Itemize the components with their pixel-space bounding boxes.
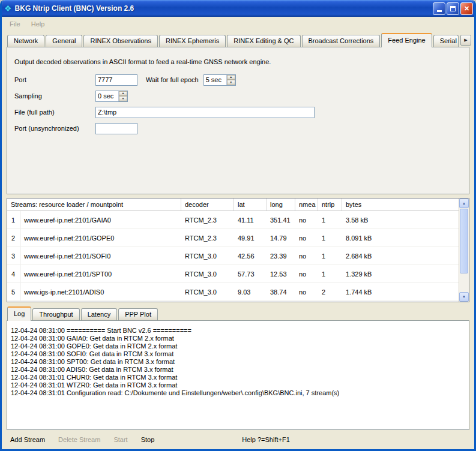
tab-network[interactable]: Network [7, 35, 44, 47]
log-line: 12-04-24 08:31:01 Configuration read: C:… [11, 389, 465, 397]
sampling-row: Sampling 0 sec ▲ ▼ [14, 90, 469, 102]
cell-lat: 49.91 [234, 229, 267, 246]
row-number: 5 [7, 283, 20, 300]
menu-file[interactable]: File [4, 19, 26, 29]
file-path-label: File (full path) [14, 109, 95, 116]
cell-ntrip: 2 [318, 283, 342, 300]
tab-rinex-editing-qc[interactable]: RINEX Editing & QC [227, 35, 300, 47]
spin-up-button[interactable]: ▲ [227, 75, 235, 80]
tab-feed-engine[interactable]: Feed Engine [381, 33, 432, 47]
cell-decoder: RTCM_3.0 [181, 247, 234, 264]
scrollbar-thumb[interactable] [460, 209, 468, 273]
maximize-button[interactable] [447, 2, 459, 15]
cell-bytes: 1.329 kB [342, 265, 459, 282]
table-row[interactable]: 1 www.euref-ip.net:2101/GAIA0 RTCM_2.3 4… [7, 211, 459, 229]
spin-down-button[interactable]: ▼ [227, 80, 235, 85]
close-button[interactable]: ✕ [460, 2, 473, 15]
add-stream-button[interactable]: Add Stream [8, 435, 47, 444]
tab-throughput[interactable]: Throughput [32, 308, 79, 320]
streams-table-header: Streams: resource loader / mountpoint de… [7, 199, 459, 211]
chevron-up-icon: ▲ [229, 76, 232, 79]
cell-long: 12.53 [267, 265, 295, 282]
cell-mountpoint: www.euref-ip.net:2101/GOPE0 [20, 229, 181, 246]
chevron-right-icon: ▶ [464, 38, 467, 43]
column-header-nmea[interactable]: nmea [295, 199, 318, 211]
cell-decoder: RTCM_2.3 [181, 229, 234, 246]
tab-rinex-ephemeris[interactable]: RINEX Ephemeris [159, 35, 226, 47]
column-header-bytes[interactable]: bytes [342, 199, 459, 211]
cell-ntrip: 1 [318, 247, 342, 264]
row-number: 2 [7, 229, 20, 246]
start-button[interactable]: Start [111, 435, 130, 444]
vertical-scrollbar[interactable]: ▲ ▼ [459, 199, 469, 302]
tab-rinex-observations[interactable]: RINEX Observations [83, 35, 157, 47]
chevron-down-icon: ▼ [462, 295, 466, 299]
tab-general[interactable]: General [46, 35, 82, 47]
bottom-action-bar: Add Stream Delete Stream Start Stop Help… [2, 430, 474, 449]
column-header-long[interactable]: long [267, 199, 295, 211]
port-unsynchronized-label: Port (unsynchronized) [14, 125, 95, 132]
cell-ntrip: 1 [318, 211, 342, 228]
scroll-up-button[interactable]: ▲ [459, 199, 469, 208]
menubar: File Help [2, 17, 474, 31]
app-window: ❖ BKG Ntrip Client (BNC) Version 2.6 ✕ F… [0, 0, 476, 451]
cell-lat: 42.56 [234, 247, 267, 264]
log-line: 12-04-24 08:31:00 ADIS0: Get data in RTC… [11, 366, 465, 374]
cell-lat: 41.11 [234, 211, 267, 228]
spin-buttons: ▲ ▼ [118, 91, 127, 101]
sampling-spinner[interactable]: 0 sec ▲ ▼ [95, 91, 128, 102]
minimize-button[interactable] [433, 2, 445, 15]
column-header-decoder[interactable]: decoder [181, 199, 234, 211]
log-line: 12-04-24 08:31:00 SOFI0: Get data in RTC… [11, 350, 465, 358]
cell-lat: 57.73 [234, 265, 267, 282]
streams-table: Streams: resource loader / mountpoint de… [7, 198, 469, 302]
cell-long: 23.39 [267, 247, 295, 264]
port-unsynchronized-input[interactable] [95, 123, 137, 134]
spin-down-button[interactable]: ▼ [119, 96, 127, 101]
stop-button[interactable]: Stop [139, 435, 157, 444]
chevron-down-icon: ▼ [122, 97, 125, 100]
column-header-mountpoint[interactable]: Streams: resource loader / mountpoint [7, 199, 181, 211]
port-input[interactable] [95, 74, 137, 86]
cell-decoder: RTCM_3.0 [181, 265, 234, 282]
spin-up-button[interactable]: ▲ [119, 91, 127, 97]
delete-stream-button[interactable]: Delete Stream [56, 435, 103, 444]
cell-decoder: RTCM_2.3 [181, 211, 234, 228]
table-row[interactable]: 3 www.euref-ip.net:2101/SOFI0 RTCM_3.0 4… [7, 247, 459, 265]
tab-log[interactable]: Log [7, 306, 31, 321]
tab-serial-output[interactable]: Serial Ou [433, 35, 459, 47]
table-row[interactable]: 5 www.igs-ip.net:2101/ADIS0 RTCM_3.0 9.0… [7, 283, 459, 301]
window-title: BKG Ntrip Client (BNC) Version 2.6 [15, 4, 432, 13]
help-shortcut-label: Help ?=Shift+F1 [242, 436, 290, 443]
scroll-down-button[interactable]: ▼ [459, 292, 469, 302]
wait-for-full-epoch-spinner[interactable]: 5 sec ▲ ▼ [203, 74, 236, 86]
cell-lat: 9.03 [234, 283, 267, 300]
cell-ntrip: 1 [318, 265, 342, 282]
log-pane: 12-04-24 08:31:00 ========== Start BNC v… [7, 320, 469, 430]
chevron-down-icon: ▼ [229, 81, 232, 84]
maximize-icon [450, 6, 456, 11]
wait-for-full-epoch-label: Wait for full epoch [146, 76, 199, 83]
file-path-input[interactable] [95, 107, 315, 118]
log-line: 12-04-24 08:31:00 GAIA0: Get data in RTC… [11, 335, 465, 342]
row-number: 3 [7, 247, 20, 264]
tab-broadcast-corrections[interactable]: Broadcast Corrections [302, 35, 381, 47]
tab-latency[interactable]: Latency [81, 308, 118, 320]
feed-engine-pane: Output decoded observations in ASCII for… [7, 47, 469, 194]
cell-nmea: no [295, 265, 318, 282]
minimize-icon [437, 10, 442, 12]
cell-mountpoint: www.euref-ip.net:2101/SPT00 [20, 265, 181, 282]
wait-value: 5 sec [204, 75, 226, 85]
table-row[interactable]: 4 www.euref-ip.net:2101/SPT00 RTCM_3.0 5… [7, 265, 459, 283]
tab-ppp-plot[interactable]: PPP Plot [118, 308, 158, 320]
column-header-lat[interactable]: lat [234, 199, 267, 211]
table-row[interactable]: 2 www.euref-ip.net:2101/GOPE0 RTCM_2.3 4… [7, 229, 459, 247]
log-line: 12-04-24 08:31:00 GOPE0: Get data in RTC… [11, 342, 465, 350]
cell-nmea: no [295, 211, 318, 228]
column-header-ntrip[interactable]: ntrip [318, 199, 342, 211]
cell-nmea: no [295, 247, 318, 264]
chevron-up-icon: ▲ [462, 202, 466, 205]
menu-help[interactable]: Help [26, 19, 50, 29]
row-number: 1 [7, 211, 20, 228]
tab-scroll-right-button[interactable]: ▶ [460, 35, 471, 46]
